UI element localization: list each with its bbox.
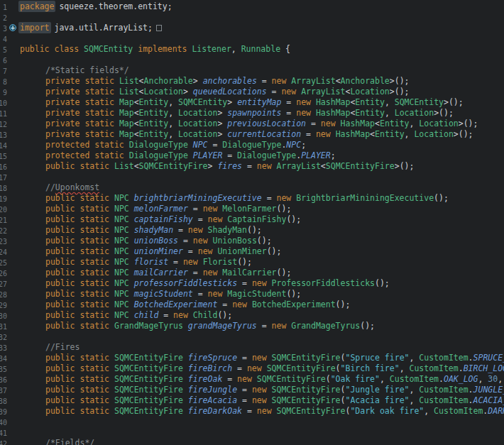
- code-line[interactable]: 10private static Map<Entity, SQMCEntity>…: [0, 97, 504, 108]
- code-token: new: [232, 300, 247, 309]
- code-line[interactable]: 37public static SQMCEntityFire fireJungl…: [0, 385, 504, 395]
- code-line[interactable]: 34public static SQMCEntityFire fireSpruc…: [0, 353, 504, 363]
- code-token: public: [45, 289, 75, 299]
- code-line[interactable]: 8private static List<Anchorable> anchora…: [0, 76, 504, 87]
- code-token: UnionMiner: [217, 246, 266, 256]
- code-token: Listener: [192, 44, 231, 54]
- code-token: DialogueType: [129, 140, 188, 150]
- code-token: BotchedExperiment: [134, 300, 218, 309]
- code-token: (: [326, 374, 331, 384]
- code-token: CustomItem: [409, 363, 458, 373]
- code-token: new: [252, 353, 267, 363]
- code-token: ShadyMan: [208, 225, 247, 235]
- code-line[interactable]: 24public static NPC unionMiner = new Uni…: [0, 246, 504, 257]
- code-line[interactable]: 13private static Map<Entity, Location> c…: [0, 129, 504, 140]
- code-line[interactable]: 17: [0, 172, 504, 182]
- code-text: public static NPC unionMiner = new Union…: [18, 246, 281, 257]
- code-token: [109, 406, 114, 416]
- code-token: static: [80, 300, 109, 309]
- code-token: SQMCEntityFire: [139, 161, 208, 171]
- code-line[interactable]: 20public static NPC melonFarmer = new Me…: [0, 204, 504, 214]
- code-token: 30: [488, 374, 498, 384]
- code-token: queuedLocations: [193, 87, 267, 97]
- code-line[interactable]: 18//Uponkomst: [0, 182, 504, 193]
- code-token: public: [45, 204, 75, 214]
- code-line[interactable]: 39public static SQMCEntityFire fireDarkO…: [0, 406, 504, 417]
- code-token: [336, 119, 341, 128]
- code-line[interactable]: 9private static List<Location> queuedLoc…: [0, 87, 504, 97]
- code-token: ,: [168, 97, 178, 107]
- code-token: static: [80, 246, 109, 256]
- code-line[interactable]: 35public static SQMCEntityFire fireBirch…: [0, 363, 504, 374]
- code-token: static: [80, 257, 109, 267]
- code-line[interactable]: 22public static NPC shadyMan = new Shady…: [0, 225, 504, 236]
- code-token: <: [370, 129, 375, 139]
- code-line[interactable]: 1package squeeze.theorem.entity;: [0, 1, 504, 12]
- code-token: public: [45, 278, 75, 288]
- code-line[interactable]: 42/*Fields*/: [0, 438, 504, 445]
- folded-region-icon[interactable]: [156, 25, 162, 31]
- code-line[interactable]: 32: [0, 331, 504, 342]
- line-number: 2: [0, 12, 9, 23]
- code-line[interactable]: 7/*Static fields*/: [0, 65, 504, 76]
- code-line[interactable]: 27public static NPC professorFiddlestick…: [0, 278, 504, 289]
- code-token: SQMCEntityFire: [326, 161, 395, 171]
- code-line[interactable]: 19public static NPC brightbriarMiningExe…: [0, 193, 504, 204]
- code-line[interactable]: 25public static NPC florist = new Floris…: [0, 257, 504, 268]
- code-text: public static NPC florist = new Florist(…: [18, 257, 252, 268]
- code-line[interactable]: 3+import java.util.ArrayList;: [0, 23, 504, 33]
- code-token: static: [80, 406, 109, 416]
- code-line[interactable]: 40: [0, 417, 504, 427]
- code-line[interactable]: 26public static NPC mailCarrier = new Ma…: [0, 268, 504, 278]
- code-token: static: [80, 204, 109, 214]
- code-editor[interactable]: 1package squeeze.theorem.entity;23+impor…: [0, 0, 504, 445]
- code-line[interactable]: 6: [0, 55, 504, 65]
- code-line[interactable]: 12private static Map<Entity, Location> p…: [0, 119, 504, 129]
- code-token: >: [183, 87, 193, 97]
- code-line[interactable]: 2: [0, 12, 504, 23]
- code-token: new: [173, 310, 188, 320]
- code-token: [109, 268, 114, 278]
- line-number: 1: [0, 1, 9, 12]
- code-line[interactable]: 30public static NPC child = new Child();: [0, 310, 504, 321]
- code-token: SQMCEntityFire: [114, 374, 183, 384]
- code-line[interactable]: 36public static SQMCEntityFire fireOak =…: [0, 374, 504, 385]
- code-line[interactable]: 14protected static DialogueType NPC = Di…: [0, 140, 504, 150]
- code-token: fireDarkOak: [188, 406, 242, 416]
- code-line[interactable]: 5public class SQMCEntity implements List…: [0, 44, 504, 55]
- code-token: ArrayList: [301, 87, 345, 97]
- code-line[interactable]: 31public static GrandMageTyrus grandMage…: [0, 321, 504, 331]
- code-line[interactable]: 29public static NPC BotchedExperiment = …: [0, 300, 504, 310]
- code-token: new: [208, 289, 223, 299]
- code-token: public: [45, 353, 75, 363]
- code-token: new: [198, 246, 213, 256]
- code-line[interactable]: 21public static NPC captainFishy = new C…: [0, 214, 504, 225]
- code-line[interactable]: 15protected static DialogueType PLAYER =…: [0, 150, 504, 161]
- fold-expand-icon[interactable]: +: [9, 24, 16, 31]
- code-token: SPRUCE_LO: [473, 353, 504, 363]
- code-line[interactable]: 4: [0, 33, 504, 44]
- code-text: package squeeze.theorem.entity;: [18, 1, 172, 12]
- line-number: 19: [0, 193, 9, 204]
- code-token: ,: [168, 108, 178, 118]
- line-number: 16: [0, 161, 9, 172]
- code-line[interactable]: 23public static NPC unionBoss = new Unio…: [0, 236, 504, 246]
- code-line[interactable]: 16public static List<SQMCEntityFire> fir…: [0, 161, 504, 172]
- code-line[interactable]: 33//Fires: [0, 342, 504, 353]
- code-line[interactable]: 11private static Map<Entity, Location> s…: [0, 108, 504, 119]
- line-number: 36: [0, 374, 9, 385]
- code-token: SQMCEntityFire: [267, 363, 336, 373]
- code-token: [109, 374, 114, 384]
- code-line[interactable]: 28public static NPC magicStudent = new M…: [0, 289, 504, 300]
- code-token: fireJungle: [188, 385, 237, 395]
- code-token: .: [469, 353, 473, 363]
- code-token: MelonFarmer: [222, 204, 276, 214]
- code-token: [109, 353, 114, 363]
- code-token: >: [193, 76, 203, 86]
- code-line[interactable]: 41: [0, 427, 504, 438]
- code-token: "Dark oak fire": [350, 406, 424, 416]
- code-token: [183, 406, 188, 416]
- code-line[interactable]: 38public static SQMCEntityFire fireAcaci…: [0, 395, 504, 406]
- code-token: <: [375, 119, 380, 128]
- code-text: public static SQMCEntityFire fireAcacia …: [18, 395, 504, 406]
